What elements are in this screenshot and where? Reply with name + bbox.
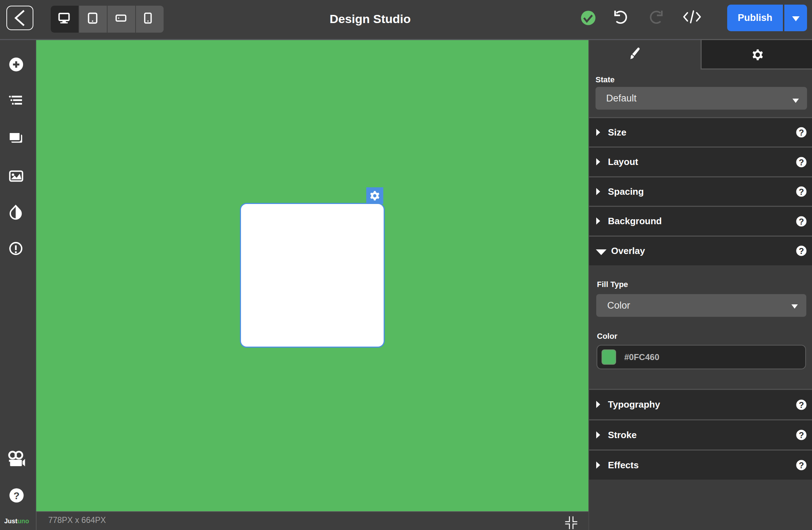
svg-text:?: ? [13,490,20,501]
svg-text:?: ? [799,216,804,226]
svg-text:?: ? [799,246,804,256]
svg-text:?: ? [799,157,804,167]
svg-text:?: ? [799,128,804,137]
svg-text:?: ? [799,400,804,409]
svg-text:?: ? [799,460,804,470]
svg-text:?: ? [799,430,804,440]
svg-text:?: ? [799,187,804,197]
